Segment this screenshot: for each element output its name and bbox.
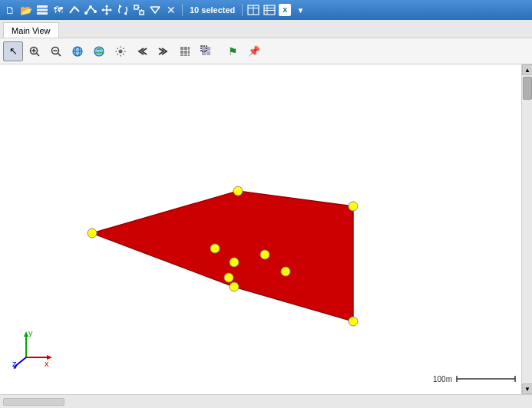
- scroll-down-arrow[interactable]: ▼: [522, 383, 532, 394]
- svg-marker-8: [101, 8, 104, 12]
- separator-2: [242, 4, 243, 16]
- svg-line-29: [58, 53, 61, 56]
- tab-bar: Main View: [0, 20, 532, 38]
- point-2[interactable]: [260, 250, 269, 259]
- svg-marker-9: [110, 8, 112, 12]
- svg-rect-0: [37, 5, 48, 8]
- svg-point-35: [119, 49, 123, 53]
- z-axis-label: z: [12, 359, 17, 368]
- flag-btn[interactable]: ⚑: [223, 41, 243, 61]
- map-canvas[interactable]: y x z 100m ▲ ▼: [0, 64, 532, 394]
- globe-btn[interactable]: [68, 41, 88, 61]
- table-icon[interactable]: [246, 3, 260, 17]
- pin-btn[interactable]: 📌: [244, 41, 264, 61]
- point-3[interactable]: [224, 273, 233, 282]
- scale-line-svg: [455, 374, 517, 383]
- axes-indicator: y x z: [11, 327, 53, 371]
- toolbar: ↖ ⚑ 📌: [0, 38, 532, 64]
- horizontal-scrollbar[interactable]: [3, 398, 64, 406]
- svg-rect-42: [180, 54, 183, 56]
- svg-rect-40: [184, 51, 187, 54]
- scale-label: 100m: [433, 375, 452, 383]
- svg-rect-37: [184, 47, 187, 50]
- svg-rect-36: [180, 47, 183, 50]
- svg-rect-39: [180, 51, 183, 54]
- x-axis-label: x: [45, 359, 49, 368]
- dropdown-arrow-icon[interactable]: ▼: [293, 3, 307, 17]
- separator-1: [182, 4, 183, 16]
- selected-count-badge: 10 selected: [190, 5, 235, 15]
- svg-rect-41: [188, 51, 190, 54]
- pointer-tool-btn[interactable]: ↖: [3, 41, 23, 61]
- svg-rect-43: [184, 54, 187, 56]
- zoom-out-btn[interactable]: [46, 41, 66, 61]
- settings-btn[interactable]: [111, 41, 131, 61]
- vertex-1[interactable]: [233, 186, 243, 196]
- new-icon[interactable]: 🗋: [3, 3, 17, 17]
- tab-label: Main View: [12, 26, 51, 35]
- globe2-btn[interactable]: [89, 41, 109, 61]
- scroll-thumb[interactable]: [523, 77, 532, 100]
- status-bar: [0, 394, 532, 408]
- layer-icon[interactable]: [35, 3, 49, 17]
- point-0[interactable]: [210, 244, 220, 253]
- svg-point-34: [94, 47, 104, 56]
- line-tool-icon[interactable]: [68, 3, 81, 17]
- svg-point-4: [89, 5, 92, 8]
- y-axis-label: y: [28, 328, 33, 337]
- attribute-icon[interactable]: [263, 3, 276, 17]
- main-view-tab[interactable]: Main View: [3, 22, 59, 38]
- vertex-2[interactable]: [349, 202, 358, 211]
- scale-bar: 100m: [433, 374, 517, 383]
- title-bar: 🗋 📂 🗺 ✕ 10 selected X ▼: [0, 0, 532, 20]
- vertical-scrollbar[interactable]: ▲ ▼: [521, 64, 532, 394]
- map-icon[interactable]: 🗺: [51, 3, 65, 17]
- svg-marker-7: [105, 13, 108, 15]
- svg-rect-38: [188, 47, 190, 50]
- delete-icon[interactable]: ✕: [164, 3, 178, 17]
- svg-rect-12: [134, 5, 138, 9]
- zoom-in-btn[interactable]: [25, 41, 45, 61]
- scale-icon[interactable]: [132, 3, 146, 17]
- flip-icon[interactable]: [148, 3, 162, 17]
- cursor-move-icon[interactable]: [100, 3, 114, 17]
- scroll-track[interactable]: [522, 75, 532, 383]
- point-1[interactable]: [230, 258, 239, 267]
- svg-point-5: [94, 10, 97, 13]
- canvas-svg: [0, 64, 521, 394]
- svg-line-25: [37, 53, 40, 56]
- open-icon[interactable]: 📂: [19, 3, 33, 17]
- svg-rect-2: [37, 12, 48, 15]
- svg-rect-45: [202, 47, 206, 51]
- forward-btn[interactable]: [154, 41, 173, 61]
- polygon-shape[interactable]: [92, 191, 353, 321]
- rotate-icon[interactable]: [116, 3, 130, 17]
- svg-point-3: [84, 12, 88, 15]
- point-4[interactable]: [281, 267, 290, 276]
- excel-icon[interactable]: X: [279, 4, 291, 16]
- vertex-0[interactable]: [88, 229, 97, 238]
- grid-btn[interactable]: [175, 41, 195, 61]
- vertex-3[interactable]: [349, 317, 358, 326]
- svg-rect-13: [140, 11, 144, 15]
- back-btn[interactable]: [132, 41, 152, 61]
- svg-rect-1: [37, 9, 48, 12]
- axes-svg: y x z: [11, 327, 53, 369]
- node-tool-icon[interactable]: [84, 3, 97, 17]
- scroll-up-arrow[interactable]: ▲: [522, 64, 532, 75]
- svg-rect-48: [207, 51, 210, 55]
- vertex-4[interactable]: [230, 282, 239, 291]
- svg-marker-6: [105, 5, 108, 7]
- select-region-btn[interactable]: [197, 41, 216, 61]
- svg-rect-44: [188, 54, 190, 56]
